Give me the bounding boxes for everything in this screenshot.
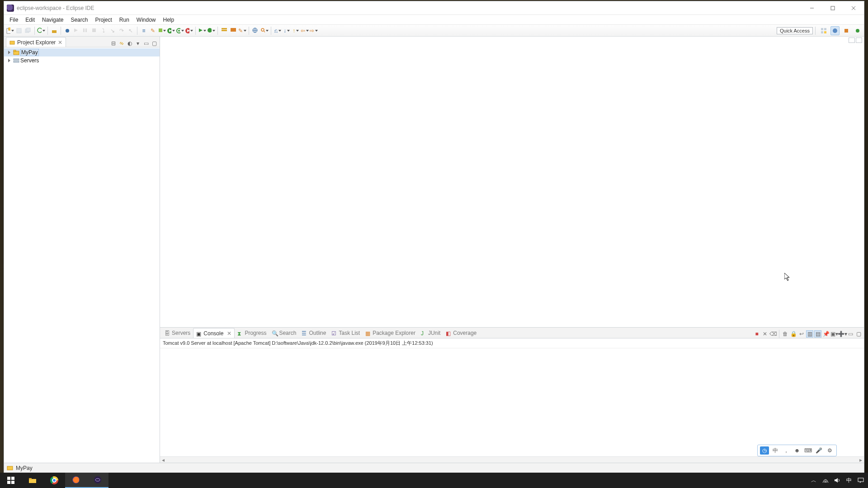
console-scrollbar[interactable]: ◂ ▸ <box>160 456 864 463</box>
tab-search[interactable]: 🔍Search <box>269 328 299 338</box>
word-wrap-button[interactable]: ↩ <box>798 330 805 338</box>
javaee-perspective-button[interactable] <box>830 26 840 35</box>
focus-task-button[interactable]: ◐ <box>126 40 133 47</box>
eclipse-taskbar-button[interactable] <box>87 473 108 488</box>
tree-item-servers[interactable]: Servers <box>4 56 160 65</box>
tab-progress[interactable]: ⧗Progress <box>235 328 269 338</box>
resume-button[interactable] <box>72 27 80 35</box>
tree-item-mypay[interactable]: MyPay <box>4 48 160 56</box>
scroll-right-button[interactable]: ▸ <box>858 457 864 463</box>
run-last-button[interactable] <box>198 27 206 35</box>
collapse-all-button[interactable]: ⊟ <box>110 40 117 47</box>
open-web-browser-button[interactable] <box>251 27 259 35</box>
system-tray[interactable]: ︿ 中 <box>810 477 868 484</box>
previous-annotation-button[interactable]: ↑ <box>292 27 300 35</box>
terminate-button[interactable] <box>90 27 99 35</box>
tab-junit[interactable]: JJUnit <box>418 328 443 338</box>
java-perspective-button[interactable] <box>842 26 851 35</box>
step-into-button[interactable]: ↘ <box>108 27 117 35</box>
ime-mode-button[interactable]: 中 <box>771 446 780 455</box>
tray-network-icon[interactable] <box>822 477 829 484</box>
open-console-button[interactable]: ➕▾ <box>839 330 846 338</box>
ime-toolbar[interactable]: ◷ 中 ， ☻ ⌨ 🎤 ⚙ <box>757 445 837 456</box>
editor-minimize-button[interactable] <box>849 38 855 43</box>
menu-edit[interactable]: Edit <box>22 16 38 24</box>
ime-emoji-button[interactable]: ☻ <box>793 446 802 455</box>
tray-chevron-up-icon[interactable]: ︿ <box>810 477 817 484</box>
view-menu-button[interactable]: ▾ <box>134 40 142 47</box>
maximize-view-button[interactable]: ▢ <box>151 40 158 47</box>
ime-punct-button[interactable]: ， <box>782 446 791 455</box>
new-jsp-button[interactable]: ✎ <box>238 27 246 35</box>
minimize-view-button[interactable]: ▭ <box>142 40 150 47</box>
close-button[interactable] <box>843 1 864 15</box>
scroll-lock-button[interactable]: 🔒 <box>790 330 797 338</box>
back-button[interactable]: ⇦ <box>301 27 309 35</box>
new-server-button[interactable] <box>220 27 228 35</box>
project-explorer-tab[interactable]: Project Explorer ✕ <box>6 37 66 47</box>
new-button[interactable] <box>6 27 14 35</box>
windows-taskbar[interactable]: ︿ 中 <box>0 473 868 488</box>
new-java-button[interactable] <box>158 27 166 35</box>
tray-volume-icon[interactable] <box>834 477 841 484</box>
editor-main[interactable] <box>160 37 864 327</box>
menu-run[interactable]: Run <box>116 16 133 24</box>
maximize-bottom-button[interactable]: ▢ <box>855 330 862 338</box>
tab-tasklist[interactable]: ☑Task List <box>329 328 363 338</box>
close-view-button[interactable]: ✕ <box>57 40 63 45</box>
forward-button[interactable]: ⇨ <box>310 27 318 35</box>
clear-console-button[interactable]: 🗑 <box>782 330 789 338</box>
console-content[interactable]: Tomcat v9.0 Server at localhost [Apache … <box>160 338 864 456</box>
pin-console-button[interactable]: 📌 <box>822 330 830 338</box>
editor-maximize-button[interactable] <box>856 38 862 43</box>
disconnect-button[interactable]: ⤵ <box>99 27 108 35</box>
save-all-button[interactable] <box>24 27 32 35</box>
annotate-button[interactable]: ⎌ <box>274 27 282 35</box>
search-button[interactable] <box>260 27 269 35</box>
titlebar[interactable]: eclipse-workspace - Eclipse IDE <box>4 1 864 15</box>
show-console-on-stderr-button[interactable]: ▤ <box>814 330 821 338</box>
tray-ime-icon[interactable]: 中 <box>845 477 853 484</box>
tab-servers[interactable]: 🗄Servers <box>162 328 193 338</box>
toggle-mark-occurrences-button[interactable]: ✎ <box>149 27 157 35</box>
ime-settings-button[interactable]: ⚙ <box>825 446 834 455</box>
minimize-bottom-button[interactable]: ▭ <box>847 330 854 338</box>
menu-search[interactable]: Search <box>67 16 91 24</box>
next-annotation-button[interactable]: ↓ <box>283 27 291 35</box>
remove-all-launches-button[interactable]: ⌫ <box>769 330 777 338</box>
tray-action-center-icon[interactable] <box>857 477 864 484</box>
expander-icon[interactable] <box>7 50 12 55</box>
tab-console[interactable]: ▣Console✕ <box>193 328 235 338</box>
build-button[interactable] <box>50 27 58 35</box>
external-tools-button[interactable] <box>207 27 215 35</box>
skip-breakpoints-button[interactable] <box>63 27 71 35</box>
open-perspective-button[interactable] <box>819 26 828 35</box>
firefox-taskbar-button[interactable] <box>65 473 87 488</box>
step-over-button[interactable]: ↷ <box>118 27 126 35</box>
start-button[interactable] <box>0 473 22 488</box>
menu-window[interactable]: Window <box>133 16 160 24</box>
menu-file[interactable]: File <box>6 16 22 24</box>
scroll-left-button[interactable]: ◂ <box>160 457 166 463</box>
expander-icon[interactable] <box>7 58 12 63</box>
quick-access-input[interactable]: Quick Access <box>777 27 813 34</box>
tab-outline[interactable]: ☰Outline <box>299 328 329 338</box>
menu-project[interactable]: Project <box>91 16 115 24</box>
close-tab-button[interactable]: ✕ <box>227 330 231 337</box>
run-button[interactable] <box>167 27 175 35</box>
open-type-button[interactable] <box>37 27 45 35</box>
link-editor-button[interactable] <box>118 40 125 47</box>
ime-logo-button[interactable]: ◷ <box>760 446 769 455</box>
file-explorer-taskbar-button[interactable] <box>22 473 43 488</box>
maximize-button[interactable] <box>822 1 843 15</box>
tab-package-explorer[interactable]: ▦Package Explorer <box>363 328 418 338</box>
coverage-button[interactable] <box>185 27 193 35</box>
debug-button[interactable] <box>176 27 184 35</box>
tab-coverage[interactable]: ◧Coverage <box>443 328 479 338</box>
minimize-button[interactable] <box>802 1 822 15</box>
suspend-button[interactable] <box>81 27 90 35</box>
display-selected-console-button[interactable]: ▣▾ <box>830 330 838 338</box>
ime-voice-button[interactable]: 🎤 <box>814 446 823 455</box>
step-return-button[interactable]: ↖ <box>127 27 135 35</box>
new-dynamic-web-project-button[interactable] <box>229 27 237 35</box>
